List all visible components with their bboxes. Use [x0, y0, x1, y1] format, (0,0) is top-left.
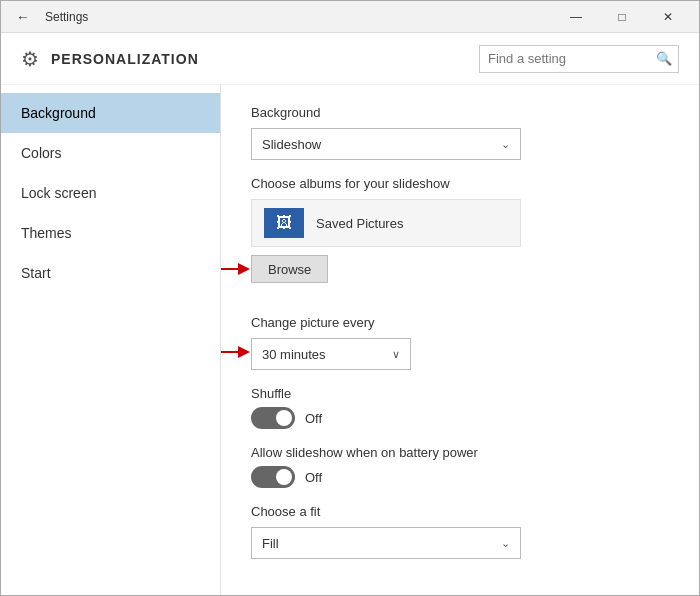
back-button[interactable]: ←	[9, 3, 37, 31]
shuffle-toggle-knob	[276, 410, 292, 426]
battery-toggle[interactable]	[251, 466, 295, 488]
settings-window: ← Settings — □ ✕ ⚙ PERSONALIZATION 🔍 Bac…	[0, 0, 700, 596]
sidebar-item-lockscreen[interactable]: Lock screen	[1, 173, 220, 213]
shuffle-group: Shuffle Off	[251, 386, 669, 429]
titlebar: ← Settings — □ ✕	[1, 1, 699, 33]
change-picture-annotation-wrapper: 2 30 minutes ∨	[251, 338, 669, 370]
settings-icon: ⚙	[21, 47, 39, 71]
battery-toggle-knob	[276, 469, 292, 485]
content-area: Background Slideshow ⌄ Choose albums for…	[221, 85, 699, 595]
fit-dropdown-arrow: ⌄	[501, 537, 510, 550]
sidebar-item-background[interactable]: Background	[1, 93, 220, 133]
battery-toggle-label: Off	[305, 470, 322, 485]
sidebar-item-colors[interactable]: Colors	[1, 133, 220, 173]
sidebar: Background Colors Lock screen Themes Sta…	[1, 85, 221, 595]
choose-albums-label: Choose albums for your slideshow	[251, 176, 669, 191]
main-area: Background Colors Lock screen Themes Sta…	[1, 85, 699, 595]
window-controls: — □ ✕	[553, 1, 691, 33]
search-icon: 🔍	[650, 45, 678, 73]
change-picture-dropdown[interactable]: 30 minutes ∨	[251, 338, 411, 370]
change-picture-label: Change picture every	[251, 315, 669, 330]
background-value: Slideshow	[262, 137, 321, 152]
annotation-2-arrow	[221, 342, 249, 362]
browse-button[interactable]: Browse	[251, 255, 328, 283]
fit-value: Fill	[262, 536, 279, 551]
album-item[interactable]: 🖼 Saved Pictures	[251, 199, 521, 247]
shuffle-toggle-row: Off	[251, 407, 669, 429]
shuffle-label: Shuffle	[251, 386, 669, 401]
search-box: 🔍	[479, 45, 679, 73]
titlebar-nav: ← Settings	[9, 3, 88, 31]
annotation-1-arrow	[221, 259, 249, 279]
search-input[interactable]	[480, 51, 650, 66]
shuffle-toggle[interactable]	[251, 407, 295, 429]
app-title: PERSONALIZATION	[51, 51, 199, 67]
change-picture-value: 30 minutes	[262, 347, 326, 362]
maximize-button[interactable]: □	[599, 1, 645, 33]
annotation-1-group: 1	[221, 259, 249, 279]
album-icon: 🖼	[276, 214, 292, 232]
minimize-button[interactable]: —	[553, 1, 599, 33]
browse-annotation-wrapper: 1 Browse	[251, 255, 669, 299]
battery-group: Allow slideshow when on battery power Of…	[251, 445, 669, 488]
album-name: Saved Pictures	[316, 216, 403, 231]
app-header: ⚙ PERSONALIZATION 🔍	[1, 33, 699, 85]
background-dropdown-arrow: ⌄	[501, 138, 510, 151]
fit-dropdown[interactable]: Fill ⌄	[251, 527, 521, 559]
annotation-2-group: 2	[221, 342, 249, 362]
close-button[interactable]: ✕	[645, 1, 691, 33]
window-title: Settings	[45, 10, 88, 24]
fit-label: Choose a fit	[251, 504, 669, 519]
change-picture-arrow: ∨	[392, 348, 400, 361]
sidebar-item-start[interactable]: Start	[1, 253, 220, 293]
background-dropdown[interactable]: Slideshow ⌄	[251, 128, 521, 160]
album-thumbnail: 🖼	[264, 208, 304, 238]
sidebar-item-themes[interactable]: Themes	[1, 213, 220, 253]
background-section-label: Background	[251, 105, 669, 120]
shuffle-toggle-label: Off	[305, 411, 322, 426]
battery-toggle-row: Off	[251, 466, 669, 488]
battery-label: Allow slideshow when on battery power	[251, 445, 669, 460]
